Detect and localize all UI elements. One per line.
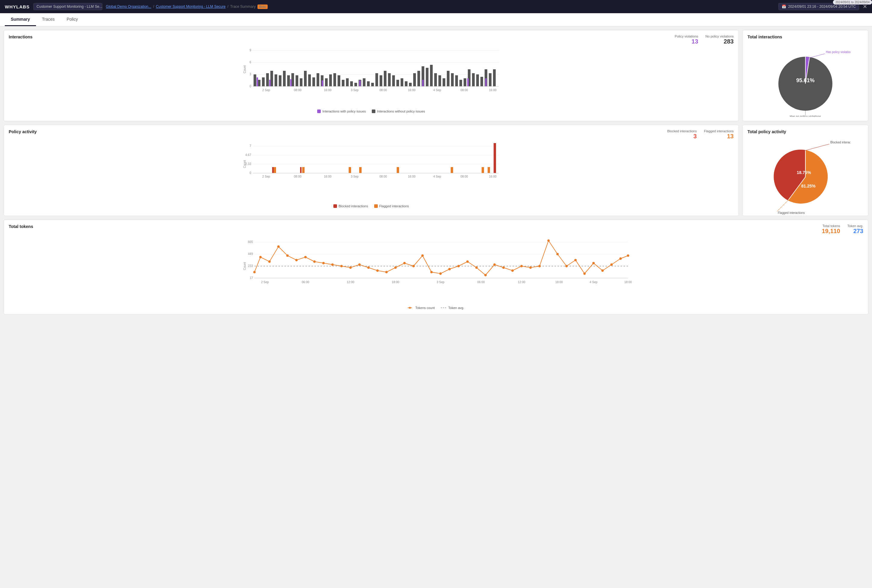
svg-point-169	[502, 266, 505, 269]
tokens-legend: Tokens count Token avg.	[9, 306, 863, 310]
svg-text:16:00: 16:00	[324, 175, 331, 178]
total-tokens-card: Total tokens Total tokens 19,110 Token a…	[4, 220, 868, 314]
svg-rect-10	[258, 80, 260, 86]
svg-text:12:00: 12:00	[518, 280, 525, 284]
svg-text:0: 0	[249, 85, 251, 88]
svg-rect-69	[290, 79, 292, 86]
svg-text:06:00: 06:00	[477, 280, 485, 284]
svg-rect-109	[488, 167, 490, 173]
svg-point-151	[340, 265, 343, 267]
svg-point-166	[475, 266, 478, 269]
total-policy-pie-card: Total policy activity 2024/09/01 to 2024…	[742, 125, 868, 216]
svg-point-162	[439, 272, 442, 275]
tab-summary[interactable]: Summary	[5, 13, 36, 26]
svg-rect-38	[375, 73, 378, 86]
svg-rect-104	[349, 167, 351, 173]
svg-text:3 Sep: 3 Sep	[437, 280, 445, 284]
legend-flagged-dot	[374, 204, 378, 208]
tab-traces[interactable]: Traces	[36, 13, 61, 26]
svg-point-165	[466, 260, 469, 263]
svg-text:3 Sep: 3 Sep	[351, 175, 359, 178]
svg-rect-13	[270, 71, 273, 86]
svg-rect-37	[371, 83, 374, 86]
svg-rect-46	[409, 83, 412, 86]
svg-text:Has policy violations: Has policy violations	[826, 50, 850, 54]
svg-rect-110	[272, 167, 274, 173]
svg-rect-19	[296, 75, 298, 86]
svg-text:12:00: 12:00	[347, 280, 354, 284]
svg-point-153	[358, 263, 361, 266]
breadcrumb: Global Demo Organization... / Customer S…	[106, 4, 775, 9]
policy-violations-value: 13	[675, 38, 698, 45]
svg-rect-105	[359, 167, 362, 173]
svg-line-129	[777, 200, 789, 212]
svg-rect-53	[438, 75, 441, 86]
svg-text:2.33: 2.33	[245, 162, 251, 166]
tab-policy[interactable]: Policy	[61, 13, 84, 26]
svg-point-172	[529, 266, 532, 269]
blocked-value: 3	[667, 133, 696, 140]
tokens-stats: Total tokens 19,110 Token avg. 273	[822, 224, 863, 235]
svg-rect-26	[325, 78, 328, 86]
svg-text:2 Sep: 2 Sep	[261, 280, 269, 284]
svg-rect-31	[346, 78, 349, 86]
svg-rect-103	[302, 167, 305, 173]
calendar-icon: 📅	[782, 4, 786, 9]
breadcrumb-app[interactable]: Customer Support Monitoring - LLM Secure	[156, 4, 226, 9]
total-interactions-title: Total interactions	[747, 34, 782, 39]
date-range-value: 2024/09/01 23:16 - 2024/09/04 20:54 UTC	[788, 4, 856, 9]
svg-rect-52	[434, 73, 437, 86]
svg-point-158	[403, 262, 406, 264]
svg-rect-9	[254, 74, 256, 86]
svg-rect-58	[459, 80, 462, 86]
svg-text:17: 17	[250, 276, 253, 280]
svg-point-154	[367, 266, 370, 269]
svg-rect-61	[472, 73, 475, 86]
svg-point-177	[574, 259, 577, 261]
svg-rect-48	[417, 71, 420, 86]
svg-text:18:00: 18:00	[392, 280, 399, 284]
svg-point-176	[565, 265, 568, 267]
policy-legend: Blocked interactions Flagged interaction…	[9, 204, 734, 208]
svg-point-163	[448, 268, 451, 270]
interactions-title: Interactions	[9, 34, 32, 39]
svg-text:16:00: 16:00	[489, 175, 496, 178]
svg-point-196	[409, 307, 411, 309]
svg-rect-71	[359, 80, 361, 86]
svg-text:18:00: 18:00	[555, 280, 563, 284]
svg-rect-59	[464, 78, 466, 86]
svg-rect-74	[485, 78, 487, 86]
svg-text:95.61%: 95.61%	[796, 77, 814, 83]
svg-rect-16	[283, 71, 286, 86]
svg-rect-72	[422, 80, 424, 86]
svg-rect-66	[493, 69, 496, 86]
svg-rect-21	[304, 71, 307, 86]
svg-rect-18	[291, 73, 294, 86]
legend-tokens-count-label: Tokens count	[415, 306, 435, 310]
token-avg-value: 273	[847, 228, 863, 235]
svg-point-178	[583, 272, 586, 275]
breadcrumb-org[interactable]: Global Demo Organization...	[106, 4, 151, 9]
svg-point-147	[304, 256, 307, 258]
svg-point-164	[457, 265, 460, 267]
svg-rect-27	[329, 74, 332, 86]
svg-point-157	[394, 266, 397, 269]
app-selector[interactable]: Customer Support Monitoring - LLM Se... …	[33, 3, 102, 10]
svg-text:Flagged interactions: Flagged interactions	[778, 211, 805, 214]
svg-point-155	[376, 269, 379, 272]
svg-rect-23	[312, 77, 315, 86]
svg-point-142	[259, 256, 262, 258]
svg-point-170	[511, 269, 514, 272]
svg-text:4 Sep: 4 Sep	[590, 280, 598, 284]
main-content: Interactions Policy violations 13 No pol…	[0, 26, 872, 318]
svg-point-180	[601, 269, 604, 272]
svg-rect-54	[443, 78, 445, 86]
svg-text:Count: Count	[243, 262, 246, 270]
svg-point-182	[619, 257, 622, 260]
svg-point-146	[295, 259, 298, 261]
svg-text:665: 665	[248, 240, 253, 244]
legend-token-avg-label: Token avg.	[448, 306, 464, 310]
svg-point-144	[277, 245, 280, 248]
svg-text:4 Sep: 4 Sep	[433, 175, 441, 178]
svg-point-141	[253, 271, 256, 273]
